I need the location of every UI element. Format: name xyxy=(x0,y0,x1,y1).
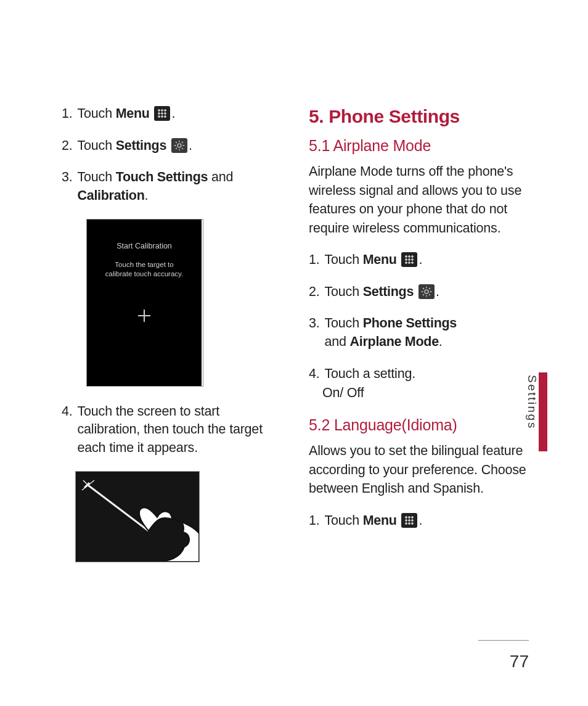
step-number: 4. xyxy=(309,365,320,384)
svg-rect-1 xyxy=(76,472,199,562)
side-tab-label: Settings xyxy=(525,375,539,430)
calibration-instruction: Touch the target to calibrate touch accu… xyxy=(87,260,202,279)
step-4-options: On/ Off xyxy=(322,384,526,403)
calibration-screenshot: Start Calibration Touch the target to ca… xyxy=(86,219,203,387)
page-number-rule xyxy=(478,640,529,641)
step-text: Touch Phone Settings and Airplane Mode. xyxy=(325,314,526,351)
page-number: 77 xyxy=(510,652,529,671)
stylus-hand-image xyxy=(75,471,200,562)
section-heading: 5. Phone Settings xyxy=(309,106,526,127)
step-number: 1. xyxy=(309,251,320,269)
step-4: 4. Touch a setting. xyxy=(309,365,526,384)
step-number: 1. xyxy=(62,105,73,123)
step-number: 3. xyxy=(309,314,320,351)
step-number: 4. xyxy=(62,403,73,458)
settings-gear-icon xyxy=(419,284,435,299)
side-tab-bar xyxy=(539,372,547,451)
step-text: Touch Menu . xyxy=(325,512,526,530)
paragraph: Allows you to set the bilingual feature … xyxy=(309,441,526,498)
step-number: 2. xyxy=(309,283,320,302)
svg-point-7 xyxy=(425,290,428,293)
subsection-heading: 5.1 Airplane Mode xyxy=(309,137,526,155)
step-text: Touch Settings . xyxy=(325,283,526,302)
calibration-title: Start Calibration xyxy=(87,242,202,250)
right-column: 5. Phone Settings 5.1 Airplane Mode Airp… xyxy=(306,105,526,568)
step-text: Touch Settings . xyxy=(78,137,279,155)
step-number: 1. xyxy=(309,512,320,530)
settings-gear-icon xyxy=(171,138,187,153)
subsection-heading: 5.2 Language(Idioma) xyxy=(309,416,526,434)
step-number: 2. xyxy=(62,137,73,155)
step-text: Touch Menu . xyxy=(325,251,526,269)
calibration-screen: Start Calibration Touch the target to ca… xyxy=(87,220,202,386)
step-text: Touch Touch Settings and Calibration. xyxy=(78,168,279,205)
step-1: 1. Touch Menu . xyxy=(309,512,526,530)
step-text: Touch Menu . xyxy=(78,105,279,123)
step-4: 4. Touch the screen to start calibration… xyxy=(62,403,279,458)
menu-grid-icon xyxy=(401,252,417,267)
calibration-target-icon xyxy=(138,310,150,322)
step-2: 2. Touch Settings . xyxy=(309,283,526,302)
menu-grid-icon xyxy=(154,106,170,121)
paragraph: Airplane Mode turns off the phone's wire… xyxy=(309,162,526,237)
svg-point-0 xyxy=(178,144,181,147)
step-text: Touch a setting. xyxy=(325,365,526,384)
step-1: 1. Touch Menu . xyxy=(309,251,526,269)
left-column: 1. Touch Menu . 2. Touch Settings . xyxy=(62,105,282,568)
manual-page: 1. Touch Menu . 2. Touch Settings . xyxy=(0,0,588,706)
step-2: 2. Touch Settings . xyxy=(62,137,279,155)
step-3: 3. Touch Phone Settings and Airplane Mod… xyxy=(309,314,526,351)
step-number: 3. xyxy=(62,168,73,205)
menu-grid-icon xyxy=(401,513,417,528)
side-tab: Settings xyxy=(525,375,539,430)
step-1: 1. Touch Menu . xyxy=(62,105,279,123)
two-column-layout: 1. Touch Menu . 2. Touch Settings . xyxy=(62,105,526,568)
step-3: 3. Touch Touch Settings and Calibration. xyxy=(62,168,279,205)
step-text: Touch the screen to start calibration, t… xyxy=(78,403,279,458)
